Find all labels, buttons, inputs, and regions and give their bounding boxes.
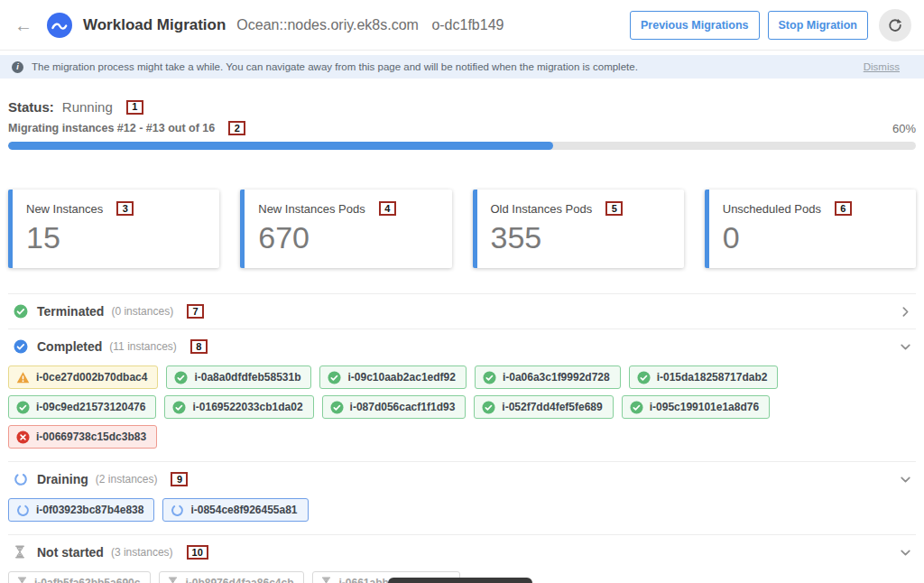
instance-id: i-09c10aab2ac1edf92: [347, 371, 455, 384]
ocean-logo-icon: [47, 13, 72, 38]
section-not-started: Not started (3 instances) 10 i-0afb5fa62…: [8, 534, 916, 583]
instance-id: i-0a8a0dfdfeb58531b: [194, 371, 300, 384]
annotation-badge-8: 8: [190, 339, 208, 354]
check-icon: [330, 401, 344, 414]
check-icon: [174, 371, 188, 384]
instance-id: i-0afb5fa62bb5a690c: [34, 577, 140, 583]
check-icon: [16, 401, 30, 414]
stop-migration-button[interactable]: Stop Migration: [768, 11, 869, 40]
migration-detail-row: Migrating instances #12 - #13 out of 16 …: [8, 121, 916, 135]
card-value: 355: [491, 222, 670, 253]
instance-chip-list: i-0ce27d002b70dbac4 i-0a8a0dfdfeb58531b …: [8, 364, 916, 461]
instance-sections: Terminated (0 instances) 7 Completed (11…: [8, 293, 916, 583]
instance-id: i-0a06a3c1f9992d728: [503, 371, 610, 384]
chevron-down-icon[interactable]: [899, 340, 912, 354]
annotation-badge-1: 1: [126, 100, 143, 115]
top-bar: ← Workload Migration Ocean::nodes.oriy.e…: [0, 0, 924, 51]
card-value: 15: [26, 222, 206, 253]
instance-id: i-052f7dd4fef5fe689: [502, 401, 602, 413]
hourglass-icon: [16, 577, 28, 583]
section-title: Not started: [37, 545, 104, 560]
status-label: Status:: [8, 99, 54, 115]
section-header-terminated[interactable]: Terminated (0 instances) 7: [8, 294, 916, 329]
chevron-down-icon[interactable]: [899, 473, 912, 486]
spinner-icon: [16, 504, 30, 517]
annotation-badge-4: 4: [379, 201, 396, 216]
instance-chip: i-087d056cacf1f1d93: [322, 395, 467, 419]
section-title: Draining: [37, 472, 88, 486]
instance-chip: i-0854ce8f926455a81: [162, 498, 308, 522]
section-count: (3 instances): [111, 546, 173, 559]
chevron-right-icon[interactable]: [899, 305, 912, 319]
progress-percent: 60%: [892, 122, 916, 135]
instance-chip: i-0169522033cb1da02: [164, 395, 313, 419]
card-title: Unscheduled Pods: [723, 202, 821, 216]
instance-id: i-0ce27d002b70dbac4: [36, 371, 147, 384]
section-count: (2 instances): [96, 473, 158, 486]
hourglass-icon: [320, 577, 332, 583]
card-value: 0: [723, 222, 902, 253]
section-header-not-started[interactable]: Not started (3 instances) 10: [8, 535, 916, 569]
instance-chip: i-0f03923bc87b4e838: [8, 498, 154, 522]
instance-chip: i-0a8a0dfdfeb58531b: [166, 366, 311, 389]
metric-card: Unscheduled Pods 6 0: [705, 190, 916, 268]
metric-cards: New Instances 3 15 New Instances Pods 4 …: [8, 190, 916, 268]
instance-chip: i-095c199101e1a8d76: [622, 395, 770, 419]
annotation-badge-2: 2: [228, 121, 245, 135]
check-icon: [172, 401, 186, 414]
dismiss-link[interactable]: Dismiss: [864, 61, 900, 72]
info-icon: i: [12, 61, 23, 73]
section-draining: Draining (2 instances) 9 i-0f03923bc87b4…: [8, 461, 916, 534]
section-count: (0 instances): [111, 305, 173, 318]
info-banner: i The migration process might take a whi…: [0, 55, 924, 79]
section-count: (11 instances): [109, 340, 176, 353]
bottom-overlay-notch: [388, 578, 532, 583]
section-header-completed[interactable]: Completed (11 instances) 8: [8, 329, 916, 364]
section-header-draining[interactable]: Draining (2 instances) 9: [8, 462, 916, 496]
previous-migrations-button[interactable]: Previous Migrations: [630, 11, 759, 40]
instance-id: i-0169522033cb1da02: [192, 401, 302, 413]
annotation-badge-9: 9: [171, 472, 188, 486]
instance-chip: i-0a06a3c1f9992d728: [475, 366, 621, 389]
instance-id: i-087d056cacf1f1d93: [350, 401, 456, 413]
refresh-button[interactable]: [879, 9, 911, 42]
section-title: Terminated: [37, 304, 104, 319]
breadcrumb: Ocean::nodes.oriy.ek8s.com o-dc1fb149: [236, 17, 504, 33]
check-circle-green-icon: [14, 304, 28, 319]
instance-chip: i-015da18258717dab2: [629, 366, 779, 389]
section-terminated: Terminated (0 instances) 7: [8, 293, 916, 329]
hourglass-icon: [167, 577, 179, 583]
warning-icon: [16, 371, 30, 384]
metric-card: New Instances Pods 4 670: [240, 190, 451, 268]
chevron-down-icon[interactable]: [899, 546, 912, 560]
instance-id: i-0854ce8f926455a81: [190, 504, 297, 516]
refresh-icon: [887, 17, 903, 33]
instance-id: i-09c9ed21573120476: [36, 401, 145, 413]
check-icon: [630, 401, 643, 414]
check-icon: [483, 371, 496, 384]
check-icon: [482, 401, 495, 414]
card-title: Old Instances Pods: [491, 202, 593, 216]
annotation-badge-7: 7: [187, 304, 204, 319]
annotation-badge-10: 10: [187, 545, 208, 560]
instance-id: i-0f03923bc87b4e838: [36, 504, 143, 516]
annotation-badge-3: 3: [116, 201, 134, 216]
status-row: Status: Running 1: [8, 99, 916, 115]
annotation-badge-6: 6: [835, 201, 852, 216]
status-value: Running: [62, 99, 113, 115]
check-icon: [637, 371, 651, 384]
card-title: New Instances: [26, 202, 103, 216]
check-circle-blue-icon: [14, 339, 28, 354]
progress-bar: [8, 142, 916, 150]
section-completed: Completed (11 instances) 8 i-0ce27d002b7…: [8, 329, 916, 461]
back-arrow-icon[interactable]: ←: [14, 16, 32, 34]
instance-chip: i-09c9ed21573120476: [8, 395, 156, 419]
hourglass-gray-icon: [14, 545, 28, 560]
metric-card: New Instances 3 15: [8, 190, 219, 268]
cluster-name: Ocean::nodes.oriy.ek8s.com: [236, 17, 419, 32]
instance-id: i-095c199101e1a8d76: [650, 401, 759, 413]
instance-id: i-015da18258717dab2: [657, 371, 768, 384]
instance-chip: i-052f7dd4fef5fe689: [474, 395, 613, 419]
banner-text: The migration process might take a while…: [32, 61, 638, 72]
error-icon: [16, 430, 30, 444]
